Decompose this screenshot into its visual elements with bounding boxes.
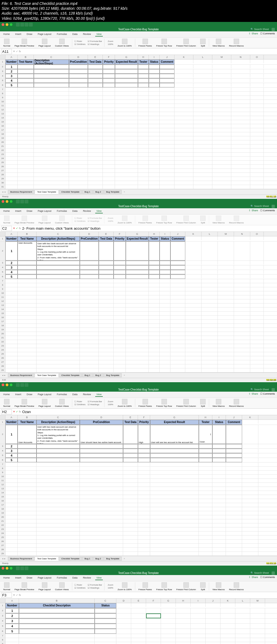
- sheet-tab-checklist[interactable]: Checklist Template: [59, 557, 82, 561]
- qat-redo-icon[interactable]: [29, 23, 33, 27]
- split-icon[interactable]: [200, 39, 206, 44]
- minimize-window-button[interactable]: [6, 23, 8, 26]
- close-window-button[interactable]: [2, 567, 4, 570]
- qat-undo-icon[interactable]: [20, 383, 24, 387]
- qat-save-icon[interactable]: [16, 200, 20, 203]
- freeze-panes-icon[interactable]: [143, 582, 148, 588]
- sheet-tab-business[interactable]: Business Requirement: [8, 557, 34, 561]
- col-header-number[interactable]: Number: [5, 60, 18, 64]
- tab-draw[interactable]: Draw: [26, 392, 34, 397]
- spreadsheet-grid[interactable]: A B C D E F G H I J K L M N O 1 Number T…: [0, 55, 277, 189]
- name-box[interactable]: [1, 226, 12, 231]
- maximize-window-button[interactable]: [10, 23, 12, 26]
- formula-input[interactable]: [22, 409, 276, 414]
- zoom-value[interactable]: 100%: [108, 43, 113, 45]
- headings-checkbox[interactable]: ☑ Headings: [88, 403, 102, 406]
- sheet-tab-bugtemplate[interactable]: Bug Template: [104, 373, 122, 377]
- add-sheet-button[interactable]: +: [122, 190, 127, 194]
- tab-home[interactable]: Home: [2, 392, 11, 397]
- page-layout-icon[interactable]: [42, 582, 47, 588]
- share-button[interactable]: ⇧ Share: [249, 576, 258, 579]
- col-header-checklist-desc[interactable]: Checklist Description: [19, 603, 95, 608]
- tab-page-layout[interactable]: Page Layout: [37, 32, 53, 37]
- enter-formula-icon[interactable]: ✓: [16, 227, 18, 230]
- sheet-tab-testcase[interactable]: Test Case Template: [35, 557, 58, 561]
- comments-button[interactable]: ☐ Comments: [260, 392, 275, 395]
- fx-icon[interactable]: fx: [19, 227, 21, 230]
- search-sheet-input[interactable]: 🔍 Search Sheet: [250, 205, 269, 207]
- minimize-window-button[interactable]: [6, 567, 8, 570]
- fx-icon[interactable]: fx: [19, 410, 21, 413]
- test-name-cell[interactable]: User Accounts: [18, 425, 37, 444]
- qat-save-icon[interactable]: [16, 566, 20, 570]
- sheet-tab-business[interactable]: Business Requirement: [8, 190, 34, 194]
- page-break-icon[interactable]: [22, 39, 27, 44]
- gridlines-checkbox[interactable]: ☑ Gridlines: [74, 403, 85, 406]
- col-header-expected[interactable]: Expected Result: [115, 60, 138, 64]
- name-box[interactable]: [1, 409, 12, 414]
- qat-undo-icon[interactable]: [20, 200, 24, 203]
- view-macros-icon[interactable]: [216, 582, 221, 588]
- tab-data[interactable]: Data: [71, 209, 79, 213]
- expected-cell[interactable]: User will see two account in the account…: [150, 425, 199, 444]
- page-layout-icon[interactable]: [42, 39, 47, 44]
- tab-home[interactable]: Home: [2, 32, 11, 37]
- tab-data[interactable]: Data: [71, 32, 79, 37]
- next-sheet-icon[interactable]: ▸: [4, 374, 5, 377]
- tab-draw[interactable]: Draw: [26, 32, 34, 37]
- tab-draw[interactable]: Draw: [26, 576, 34, 580]
- formula-bar-checkbox[interactable]: ☑ Formula Bar: [88, 40, 102, 42]
- formula-bar-checkbox[interactable]: ☑ Formula Bar: [88, 400, 102, 403]
- sheet-tab-checklist[interactable]: Checklist Template: [59, 373, 82, 377]
- spreadsheet-grid[interactable]: A B C D E F G H I J K 1 Number Test Name…: [0, 415, 277, 556]
- formula-input[interactable]: [22, 49, 276, 54]
- record-macros-icon[interactable]: [234, 582, 239, 588]
- tab-formulas[interactable]: Formulas: [56, 392, 68, 397]
- maximize-window-button[interactable]: [10, 200, 12, 203]
- tab-home[interactable]: Home: [2, 576, 11, 580]
- minimize-window-button[interactable]: [6, 384, 8, 386]
- qat-undo-icon[interactable]: [25, 23, 28, 27]
- tab-formulas[interactable]: Formulas: [56, 32, 68, 37]
- page-break-icon[interactable]: [22, 582, 27, 588]
- tab-formulas[interactable]: Formulas: [56, 576, 68, 580]
- split-icon[interactable]: [200, 582, 206, 588]
- sheet-tab-bugtemplate[interactable]: Bug Template: [104, 557, 122, 561]
- tab-review[interactable]: Review: [82, 576, 92, 580]
- share-button[interactable]: ⇧ Share: [249, 392, 258, 395]
- close-window-button[interactable]: [2, 23, 4, 26]
- sheet-tab-bug1[interactable]: Bug 1: [82, 190, 93, 194]
- selected-cell[interactable]: [146, 613, 161, 618]
- prev-sheet-icon[interactable]: ◂: [2, 374, 3, 377]
- col-header-comment[interactable]: Comment: [160, 60, 174, 64]
- sheet-tab-checklist[interactable]: Checklist Template: [59, 190, 82, 194]
- tab-view[interactable]: View: [95, 576, 103, 580]
- tab-page-layout[interactable]: Page Layout: [37, 209, 53, 213]
- description-cell[interactable]: User with two bank account can observe b…: [37, 242, 80, 260]
- sheet-tab-bug2[interactable]: Bug 2: [93, 557, 104, 561]
- ruler-checkbox[interactable]: ☐ Ruler: [74, 584, 85, 586]
- share-button[interactable]: ⇧ Share: [249, 32, 258, 35]
- headings-checkbox[interactable]: ☑ Headings: [88, 43, 102, 45]
- qat-save-icon[interactable]: [16, 383, 20, 387]
- freeze-first-icon[interactable]: [183, 39, 189, 44]
- normal-view-icon[interactable]: [4, 39, 9, 44]
- qat-save-icon[interactable]: [20, 23, 24, 27]
- col-header-description[interactable]: Description (Action/Steps): [34, 60, 69, 64]
- normal-view-icon[interactable]: [4, 582, 9, 588]
- qat-redo-icon[interactable]: [25, 200, 28, 203]
- comments-button[interactable]: ☐ Comments: [260, 32, 275, 35]
- prev-sheet-icon[interactable]: ◂: [4, 191, 5, 193]
- enter-formula-icon[interactable]: ✓: [16, 50, 18, 53]
- col-header-priority[interactable]: Priority: [103, 60, 115, 64]
- name-box[interactable]: [1, 593, 12, 598]
- freeze-top-icon[interactable]: [161, 39, 167, 44]
- col-header-number[interactable]: Number: [5, 603, 19, 608]
- qat-redo-icon[interactable]: [25, 566, 28, 570]
- tab-view[interactable]: View: [95, 32, 103, 37]
- spreadsheet-grid[interactable]: A B C D E F G H I J K L M N O 1 Number T…: [0, 232, 277, 372]
- page-break-icon[interactable]: [22, 399, 27, 404]
- minimize-window-button[interactable]: [6, 200, 8, 203]
- ribbon-toggle-icon[interactable]: [272, 572, 275, 575]
- ribbon-toggle-icon[interactable]: [272, 28, 275, 31]
